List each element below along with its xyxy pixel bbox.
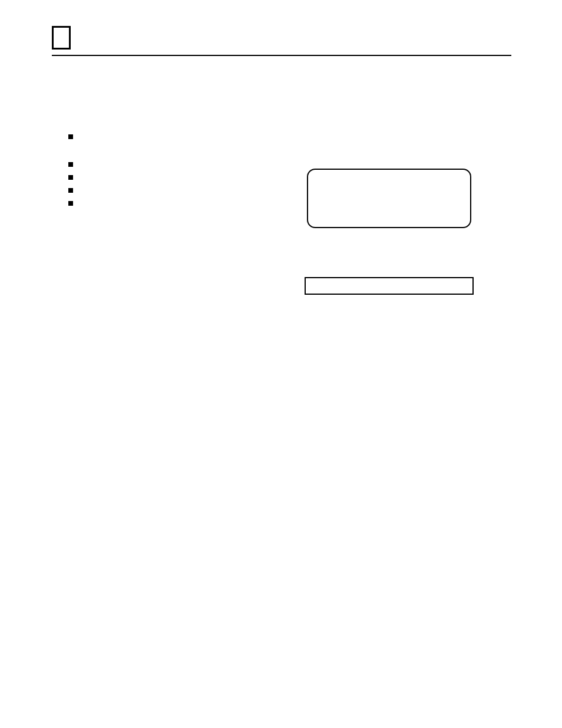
list-bullet [68,201,73,206]
list-bullet [68,188,73,193]
callout-rounded-box [307,169,471,228]
list-bullet [68,134,73,139]
list-bullet [68,162,73,167]
list-bullet [68,175,73,180]
horizontal-rule [52,55,511,56]
page-corner-marker [52,26,71,50]
callout-rect-box [305,277,474,295]
document-page [0,0,562,728]
